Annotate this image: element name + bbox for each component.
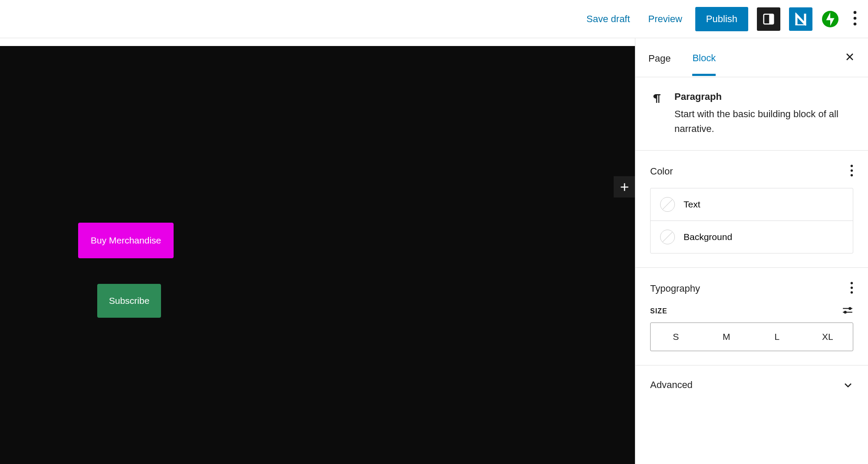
publish-button[interactable]: Publish — [695, 7, 748, 31]
kebab-icon — [850, 165, 853, 177]
advanced-section-toggle[interactable]: Advanced — [635, 365, 868, 405]
chevron-down-icon — [843, 380, 853, 390]
jetpack-button[interactable] — [822, 11, 838, 27]
svg-point-7 — [851, 165, 853, 167]
svg-point-14 — [848, 307, 852, 310]
settings-panel-toggle[interactable] — [757, 7, 780, 31]
advanced-heading: Advanced — [650, 379, 693, 391]
block-type-description: Start with the basic building block of a… — [674, 107, 853, 136]
size-s-button[interactable]: S — [651, 323, 701, 351]
svg-point-8 — [851, 169, 853, 171]
svg-point-12 — [851, 291, 853, 293]
custom-size-button[interactable] — [842, 306, 853, 316]
svg-point-10 — [851, 282, 853, 284]
svg-point-6 — [854, 23, 857, 26]
kebab-icon — [850, 282, 853, 294]
canvas-button-buy-merchandise[interactable]: Buy Merchandise — [78, 223, 174, 258]
block-info-section: Paragraph Start with the basic building … — [635, 77, 868, 151]
color-options-button[interactable] — [850, 165, 853, 178]
block-type-title: Paragraph — [674, 91, 853, 102]
empty-swatch-icon — [660, 230, 675, 244]
editor-options-button[interactable] — [853, 10, 857, 28]
add-block-button[interactable] — [614, 176, 635, 197]
color-background-row[interactable]: Background — [651, 220, 853, 253]
color-heading: Color — [650, 166, 673, 177]
panel-icon — [762, 13, 775, 26]
color-list: Text Background — [650, 188, 853, 253]
theme-logo-button[interactable] — [789, 7, 812, 31]
empty-swatch-icon — [660, 197, 675, 212]
editor-header: Save draft Preview Publish — [0, 0, 868, 38]
n-logo-icon — [794, 13, 807, 26]
size-l-button[interactable]: L — [752, 323, 802, 351]
tab-block[interactable]: Block — [692, 39, 716, 76]
sliders-icon — [842, 306, 853, 315]
plus-icon — [619, 181, 630, 193]
size-label: SIZE — [650, 307, 667, 315]
preview-button[interactable]: Preview — [641, 9, 689, 29]
svg-point-16 — [844, 311, 847, 314]
canvas-button-subscribe[interactable]: Subscribe — [97, 284, 161, 318]
jetpack-icon — [822, 11, 838, 27]
close-icon — [845, 52, 855, 62]
typography-options-button[interactable] — [850, 282, 853, 296]
size-xl-button[interactable]: XL — [802, 323, 853, 351]
editor-canvas[interactable]: Buy Merchandise Subscribe — [0, 46, 635, 464]
sidebar-tabs: Page Block — [635, 38, 868, 77]
size-m-button[interactable]: M — [701, 323, 752, 351]
close-sidebar-button[interactable] — [845, 52, 855, 64]
paragraph-icon — [650, 92, 663, 105]
tab-page[interactable]: Page — [648, 40, 671, 76]
typography-section: Typography SIZE S M L XL — [635, 268, 868, 365]
save-draft-button[interactable]: Save draft — [579, 9, 637, 29]
svg-point-5 — [854, 16, 857, 20]
color-background-label: Background — [684, 232, 732, 242]
kebab-icon — [853, 10, 857, 26]
svg-point-9 — [851, 174, 853, 176]
svg-point-11 — [851, 286, 853, 289]
typography-heading: Typography — [650, 283, 700, 294]
color-text-row[interactable]: Text — [651, 188, 853, 220]
svg-point-4 — [854, 11, 857, 14]
size-buttons: S M L XL — [650, 322, 853, 351]
color-text-label: Text — [684, 199, 700, 210]
settings-sidebar: Page Block Paragraph Start with the basi… — [635, 38, 868, 464]
color-section: Color Text Background — [635, 151, 868, 268]
svg-rect-1 — [769, 14, 773, 24]
